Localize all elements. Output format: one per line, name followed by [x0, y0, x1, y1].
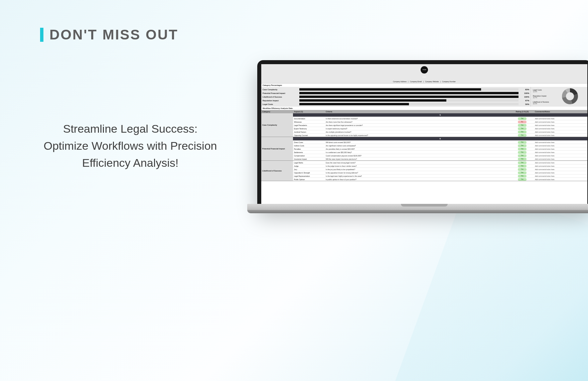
table-row: DocumentationIs there extensive document… [293, 117, 587, 120]
pct-value: 83% [519, 89, 529, 91]
cell-criteria: Are penalties likely to exceed $20,000? [325, 147, 510, 151]
cell-aspect: Insurance Impact [293, 157, 325, 161]
percentages-legend: Legal Costs12.5%Reputation Impact16.7%Li… [531, 87, 587, 107]
rating-pill: Yes [518, 175, 527, 177]
cell-comments: Add comments/notes here. [534, 168, 587, 171]
table-row: WitnessesAre there more than five witnes… [293, 120, 587, 123]
rating-header: 6 [293, 137, 587, 140]
rating-pill: Yes [518, 171, 527, 174]
table-row: Direct CostsWill direct costs exceed $10… [293, 140, 587, 144]
col-criteria: Criteria [325, 110, 510, 113]
pct-row: Reputation Impact67% [263, 99, 529, 102]
table-row: Opposing CounselIs the opposing counsel … [293, 133, 587, 137]
cell-criteria: Is there extensive documentation involve… [325, 117, 510, 120]
table-row: CompensationCould compensation payouts e… [293, 154, 587, 157]
laptop-mockup: YOUR LOGO Company Address | Company Emai… [247, 60, 588, 241]
cell-aspect: Penalties [293, 147, 325, 151]
table-body: Case Complexity5DocumentationIs there ex… [261, 113, 587, 181]
rating-pill: Yes [518, 117, 527, 120]
cell-aspect: Expert Testimony [293, 127, 325, 130]
cell-criteria: Is the judge known to favor similar case… [325, 164, 510, 168]
legend-item: Legal Costs12.5% [533, 89, 585, 93]
cell-comments: Add comments/notes here. [534, 134, 587, 137]
cell-comments: Add comments/notes here. [534, 164, 587, 168]
table-row: Juridical FactorsAre multiple jurisdicti… [293, 130, 587, 133]
cell-comments: Add comments/notes here. [534, 174, 587, 178]
pct-name: Likelihood of Success [263, 96, 299, 98]
table-row: JuryIs the jury pool likely to be sympat… [293, 167, 587, 171]
pct-bar [299, 99, 519, 102]
col-comments: Comments/Notes [534, 110, 587, 113]
accent-bar [40, 28, 43, 42]
cell-comments: Add comments/notes here. [534, 124, 587, 127]
cell-aspect: Legal Representation [293, 174, 325, 178]
laptop-screen: YOUR LOGO Company Address | Company Emai… [257, 60, 588, 207]
cell-rating: Yes [510, 177, 534, 181]
rating-pill: No [518, 121, 527, 123]
cell-comments: Add comments/notes here. [534, 157, 587, 161]
trackpad-notch [401, 204, 448, 207]
cell-aspect: Compensation [293, 154, 325, 157]
pct-name: Legal Costs [263, 103, 299, 105]
pct-bar [299, 103, 519, 105]
table-row: Opposition's StrengthIs the opposition k… [293, 171, 587, 174]
cell-aspect: Jury [293, 168, 325, 171]
rating-pill: Yes [518, 161, 527, 164]
cell-comments: Add comments/notes here. [534, 171, 587, 174]
cell-criteria: Is public opinion in favor of your posit… [325, 178, 510, 181]
rating-header: 5 [293, 113, 587, 117]
cell-comments: Add comments/notes here. [534, 127, 587, 130]
cell-aspect: Public Opinion [293, 178, 325, 181]
table-row: Legal RepresentationIs the legal team hi… [293, 174, 587, 177]
pct-value: 50% [519, 103, 529, 105]
rating-pill: Yes [518, 154, 527, 157]
table-row: Legal PrecedentsAre there significant le… [293, 123, 587, 127]
group-rows: 6Direct CostsWill direct costs exceed $1… [293, 137, 587, 160]
meta-email: Company Email [410, 81, 422, 83]
cell-aspect: Juridical Factors [293, 130, 325, 134]
cell-aspect: Direct Costs [293, 141, 325, 144]
cell-rating: Yes [510, 133, 534, 137]
cell-comments: Add comments/notes here. [534, 120, 587, 124]
rating-pill: Yes [518, 141, 527, 144]
col-category: Category [261, 110, 293, 113]
table-group: Potential Financial Impact6Direct CostsW… [261, 137, 587, 161]
cell-criteria: Is the opposition known for strong defen… [325, 171, 510, 174]
cell-comments: Add comments/notes here. [534, 130, 587, 134]
rating-pill: Yes [518, 178, 527, 181]
pct-section-label: Category Percentages [261, 84, 587, 87]
cell-comments: Add comments/notes here. [534, 147, 587, 151]
hero-title: DON'T MISS OUT [49, 27, 178, 43]
cell-criteria: Are multiple jurisdictions involved? [325, 130, 510, 134]
cell-criteria: Is expert testimony required? [325, 127, 510, 130]
table-row: SettlementsIs a settlement over $50,000 … [293, 150, 587, 154]
table-row: PenaltiesAre penalties likely to exceed … [293, 147, 587, 150]
rating-pill: Yes [518, 144, 527, 147]
spreadsheet-app: YOUR LOGO Company Address | Company Emai… [261, 64, 587, 205]
pct-row: Potential Financial Impact100% [263, 91, 529, 95]
group-rows: Legal MeritsDoes the case have strong le… [293, 161, 587, 181]
data-section-title: Workflow Efficiency Analysis Data [261, 107, 587, 110]
pct-row: Case Complexity83% [263, 88, 529, 91]
group-rows: 5DocumentationIs there extensive documen… [293, 113, 587, 137]
cell-criteria: Does the case have strong legal merits? [325, 161, 510, 164]
table-group: Case Complexity5DocumentationIs there ex… [261, 113, 587, 137]
table-row: Indirect CostsAre significant indirect c… [293, 144, 587, 147]
cell-aspect: Opposing Counsel [293, 134, 325, 137]
table-row: Insurance ImpactWill the case impact ins… [293, 157, 587, 160]
pct-bar [299, 92, 519, 94]
rating-pill: Yes [518, 151, 527, 154]
company-meta-row: Company Address | Company Email | Compan… [261, 80, 587, 84]
cell-criteria: Are there more than five witnesses? [325, 120, 510, 124]
meta-address: Company Address [393, 81, 407, 83]
cell-criteria: Are there significant legal precedents t… [325, 124, 510, 127]
pct-name: Case Complexity [263, 89, 299, 91]
cell-aspect: Settlements [293, 151, 325, 154]
table-row: Public OpinionIs public opinion in favor… [293, 177, 587, 181]
cell-criteria: Is a settlement over $50,000 likely? [325, 151, 510, 154]
pct-name: Potential Financial Impact [263, 92, 299, 94]
cell-criteria: Is the legal team highly experienced in … [325, 174, 510, 178]
cell-comments: Add comments/notes here. [534, 144, 587, 147]
rating-pill: Yes [518, 124, 527, 127]
cell-criteria: Could compensation payouts exceed $100,0… [325, 154, 510, 157]
